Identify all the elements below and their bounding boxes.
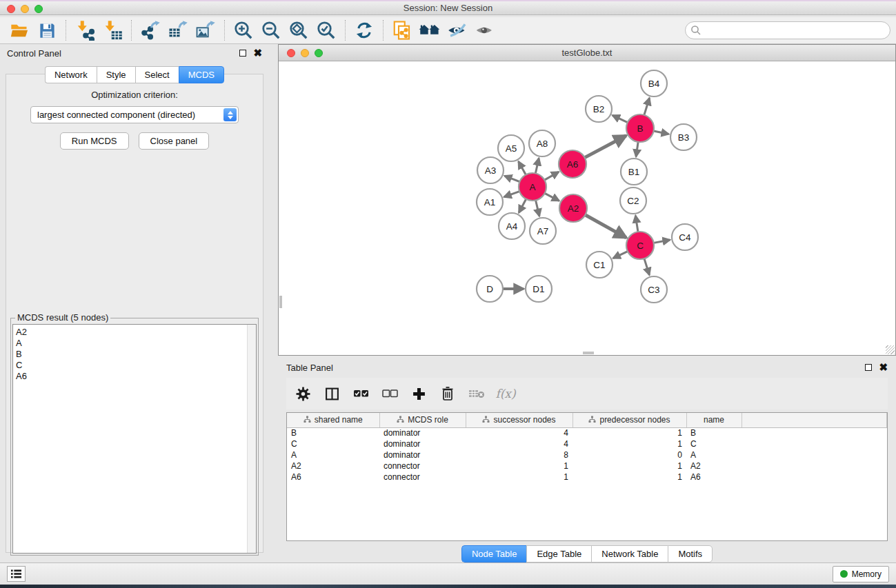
- graph-node-B3[interactable]: B3: [670, 124, 697, 150]
- tab-edge-table[interactable]: Edge Table: [526, 545, 591, 562]
- memory-button[interactable]: Memory: [833, 566, 889, 582]
- tab-network[interactable]: Network: [45, 66, 97, 83]
- graph-edge-B-B1[interactable]: [636, 142, 638, 156]
- graph-edge-A-A6[interactable]: [544, 172, 559, 180]
- column-header-shared-name[interactable]: shared name: [287, 413, 379, 427]
- canvas-horizontal-scroll-thumb[interactable]: [583, 352, 594, 354]
- export-network-button[interactable]: [137, 19, 164, 42]
- zoom-window-button[interactable]: [34, 5, 43, 13]
- create-column-button[interactable]: [409, 384, 428, 403]
- show-all-button[interactable]: [471, 19, 499, 42]
- column-header-name[interactable]: name: [686, 413, 741, 427]
- graph-edge-A-A2[interactable]: [545, 193, 559, 201]
- import-table-button[interactable]: [99, 19, 126, 42]
- zoom-selected-button[interactable]: [312, 19, 340, 42]
- graph-node-A[interactable]: A: [519, 173, 546, 201]
- close-table-panel-icon[interactable]: ✖: [879, 364, 888, 371]
- import-network-button[interactable]: [71, 19, 99, 42]
- apply-layout-button[interactable]: [350, 19, 378, 42]
- float-table-panel-icon[interactable]: [865, 364, 872, 371]
- select-all-button[interactable]: [351, 384, 370, 403]
- graph-edge-A-A7[interactable]: [536, 200, 539, 216]
- search-input[interactable]: [685, 21, 890, 39]
- table-row[interactable]: A6connector11A6: [287, 472, 887, 483]
- zoom-in-button[interactable]: [230, 19, 257, 42]
- graph-edge-A2-C[interactable]: [585, 215, 626, 238]
- clone-network-button[interactable]: [388, 19, 416, 42]
- network-minimize-button[interactable]: [301, 49, 309, 57]
- graph-node-A5[interactable]: A5: [498, 135, 524, 161]
- float-panel-icon[interactable]: [239, 50, 246, 57]
- zoom-fit-button[interactable]: [285, 19, 312, 42]
- close-panel-icon[interactable]: ✖: [253, 50, 262, 57]
- graph-edge-C-C3[interactable]: [644, 258, 649, 275]
- export-image-button[interactable]: [192, 19, 219, 42]
- graph-edge-C-C4[interactable]: [654, 240, 670, 243]
- graph-node-B4[interactable]: B4: [641, 70, 667, 97]
- graph-edge-B-B4[interactable]: [644, 98, 650, 115]
- graph-edge-C-C2[interactable]: [635, 216, 638, 232]
- graph-node-D[interactable]: D: [477, 276, 503, 302]
- graph-edge-A-A8[interactable]: [535, 158, 539, 173]
- result-list-item[interactable]: A6: [16, 371, 256, 382]
- run-mcds-button[interactable]: Run MCDS: [60, 132, 129, 150]
- tab-node-table[interactable]: Node Table: [461, 545, 527, 562]
- graph-edge-B-B3[interactable]: [654, 131, 669, 134]
- graph-edge-B-B2[interactable]: [613, 115, 628, 122]
- network-zoom-button[interactable]: [315, 49, 323, 57]
- criterion-dropdown[interactable]: largest connected component (directed): [30, 106, 239, 123]
- graph-node-B1[interactable]: B1: [621, 159, 647, 185]
- open-session-button[interactable]: [6, 19, 33, 42]
- result-list-item[interactable]: B: [16, 349, 256, 360]
- delete-column-button[interactable]: [438, 384, 457, 403]
- graph-edge-A-A4[interactable]: [519, 199, 526, 213]
- window-resize-grip[interactable]: [886, 345, 895, 354]
- graph-edge-A6-B[interactable]: [585, 136, 626, 158]
- save-session-button[interactable]: [33, 19, 61, 42]
- column-header-predecessor-nodes[interactable]: predecessor nodes: [573, 413, 686, 427]
- graph-node-A8[interactable]: A8: [529, 130, 555, 156]
- result-scrollbar[interactable]: [247, 325, 256, 553]
- close-panel-button[interactable]: Close panel: [139, 132, 210, 150]
- graph-node-A4[interactable]: A4: [499, 213, 525, 239]
- graph-node-C4[interactable]: C4: [672, 224, 698, 250]
- graph-edge-A-A5[interactable]: [519, 161, 526, 174]
- result-list-item[interactable]: A2: [16, 327, 256, 338]
- show-column-button[interactable]: [322, 384, 341, 403]
- graph-node-C2[interactable]: C2: [620, 187, 646, 214]
- network-canvas[interactable]: AA1A2A3A4A5A6A7A8BB1B2B3B4CC1C2C3C4DD1: [279, 61, 895, 355]
- table-row[interactable]: Cdominator41C: [287, 438, 887, 449]
- zoom-out-button[interactable]: [257, 19, 285, 42]
- graph-edge-A-A3[interactable]: [504, 176, 519, 182]
- export-table-button[interactable]: [164, 19, 192, 42]
- network-close-button[interactable]: [287, 49, 295, 57]
- table-settings-button[interactable]: [293, 384, 312, 403]
- tab-style[interactable]: Style: [97, 66, 135, 83]
- nested-networks-button[interactable]: [416, 19, 444, 42]
- graph-node-A2[interactable]: A2: [559, 194, 587, 222]
- table-row[interactable]: Adominator80A: [287, 449, 887, 460]
- graph-node-B[interactable]: B: [626, 114, 654, 142]
- graph-node-A1[interactable]: A1: [477, 189, 503, 215]
- tab-network-table[interactable]: Network Table: [591, 545, 668, 562]
- graph-node-A6[interactable]: A6: [559, 150, 586, 178]
- graph-node-C1[interactable]: C1: [586, 252, 613, 278]
- graph-node-C3[interactable]: C3: [641, 276, 667, 303]
- graph-node-A7[interactable]: A7: [530, 218, 556, 244]
- hide-selected-button[interactable]: [444, 19, 471, 42]
- tab-motifs[interactable]: Motifs: [668, 545, 713, 562]
- close-window-button[interactable]: [7, 5, 15, 13]
- table-row[interactable]: A2connector11A2: [287, 460, 887, 472]
- tab-select[interactable]: Select: [135, 66, 179, 83]
- graph-node-B2[interactable]: B2: [586, 96, 612, 122]
- minimize-window-button[interactable]: [21, 5, 29, 13]
- canvas-vertical-scroll-thumb[interactable]: [279, 296, 282, 308]
- column-header-successor-nodes[interactable]: successor nodes: [466, 413, 573, 427]
- table-row[interactable]: Bdominator41B: [287, 427, 887, 438]
- graph-node-A3[interactable]: A3: [477, 157, 504, 183]
- graph-node-D1[interactable]: D1: [526, 276, 552, 302]
- result-list-item[interactable]: C: [16, 360, 256, 371]
- graph-edge-C-C1[interactable]: [613, 252, 628, 258]
- column-header-mcds-role[interactable]: MCDS role: [379, 413, 466, 427]
- graph-edge-A-A1[interactable]: [504, 192, 519, 197]
